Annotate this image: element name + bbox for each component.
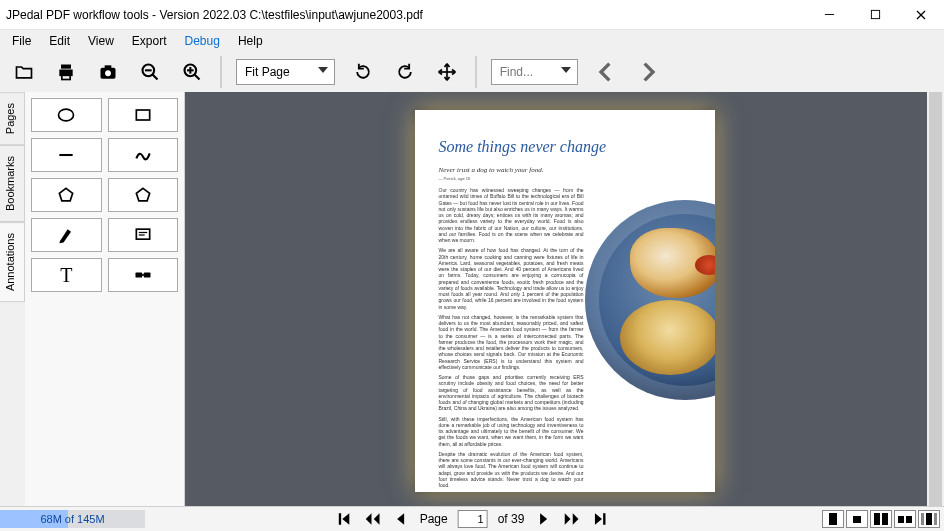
- toolbar: Fit Page Find...: [0, 52, 944, 92]
- annotation-panel: T: [25, 92, 185, 506]
- minimize-button[interactable]: [806, 0, 852, 29]
- zoom-in-icon[interactable]: [178, 58, 206, 86]
- nav-next10-icon[interactable]: [562, 510, 580, 528]
- main-area: Pages Bookmarks Annotations T Some thing…: [0, 92, 944, 506]
- status-bar: 68M of 145M Page of 39: [0, 506, 944, 531]
- layout-continuous-button[interactable]: [846, 510, 868, 528]
- menu-debug[interactable]: Debug: [177, 32, 228, 50]
- vertical-scrollbar[interactable]: [927, 92, 944, 506]
- nav-first-icon[interactable]: [336, 510, 354, 528]
- memory-usage-label: 68M of 145M: [40, 513, 104, 525]
- open-icon[interactable]: [10, 58, 38, 86]
- nav-prev-icon[interactable]: [392, 510, 410, 528]
- anno-polygon-outline-button[interactable]: [108, 178, 179, 212]
- svg-rect-24: [136, 229, 149, 239]
- find-input[interactable]: Find...: [491, 59, 578, 85]
- find-placeholder: Find...: [500, 65, 533, 79]
- rotate-cw-icon[interactable]: [391, 58, 419, 86]
- window-title: JPedal PDF workflow tools - Version 2022…: [6, 8, 806, 22]
- svg-point-19: [59, 109, 74, 121]
- anno-rectangle-button[interactable]: [108, 98, 179, 132]
- doc-headline: Some things never change: [439, 138, 691, 156]
- anno-freehand-button[interactable]: [108, 138, 179, 172]
- svg-rect-1: [871, 10, 879, 18]
- window-titlebar: JPedal PDF workflow tools - Version 2022…: [0, 0, 944, 30]
- side-tab-pages[interactable]: Pages: [0, 92, 25, 145]
- menu-view[interactable]: View: [80, 32, 122, 50]
- svg-rect-4: [61, 65, 71, 69]
- doc-subhead: Never trust a dog to watch your food.: [439, 166, 691, 174]
- nav-last-icon[interactable]: [590, 510, 608, 528]
- zoom-out-icon[interactable]: [136, 58, 164, 86]
- svg-rect-20: [136, 110, 149, 120]
- chevron-down-icon: [561, 67, 571, 77]
- doc-image-plate: [585, 200, 715, 400]
- svg-rect-9: [105, 65, 112, 68]
- anno-highlight-button[interactable]: [31, 218, 102, 252]
- page-total-label: of 39: [498, 512, 525, 526]
- nav-prev10-icon[interactable]: [364, 510, 382, 528]
- menu-help[interactable]: Help: [230, 32, 271, 50]
- menu-edit[interactable]: Edit: [41, 32, 78, 50]
- layout-pageflow-button[interactable]: [918, 510, 940, 528]
- find-prev-icon[interactable]: [592, 58, 620, 86]
- zoom-mode-select[interactable]: Fit Page: [236, 59, 335, 85]
- side-tab-bookmarks[interactable]: Bookmarks: [0, 145, 25, 222]
- print-icon[interactable]: [52, 58, 80, 86]
- anno-line-button[interactable]: [31, 138, 102, 172]
- doc-body: Our country has witnessed sweeping chang…: [439, 187, 584, 492]
- find-next-icon[interactable]: [634, 58, 662, 86]
- nav-next-icon[interactable]: [534, 510, 552, 528]
- svg-line-11: [153, 75, 158, 80]
- svg-rect-29: [140, 274, 145, 276]
- page-number-input[interactable]: [458, 510, 488, 528]
- side-tab-annotations[interactable]: Annotations: [0, 222, 25, 302]
- layout-single-button[interactable]: [822, 510, 844, 528]
- anno-text-button[interactable]: T: [31, 258, 102, 292]
- pdf-page: Some things never change Never trust a d…: [415, 110, 715, 492]
- maximize-button[interactable]: [852, 0, 898, 29]
- layout-facing-button[interactable]: [870, 510, 892, 528]
- memory-usage-bar: 68M of 145M: [0, 510, 145, 528]
- pan-icon[interactable]: [433, 58, 461, 86]
- page-layout-buttons: [822, 510, 940, 528]
- chevron-down-icon: [318, 67, 328, 77]
- anno-note-button[interactable]: [108, 218, 179, 252]
- rotate-ccw-icon[interactable]: [349, 58, 377, 86]
- svg-point-8: [105, 70, 111, 76]
- document-viewport[interactable]: Some things never change Never trust a d…: [185, 92, 944, 506]
- close-button[interactable]: [898, 0, 944, 29]
- anno-link-button[interactable]: [108, 258, 179, 292]
- layout-facing-cont-button[interactable]: [894, 510, 916, 528]
- page-navigation: Page of 39: [336, 510, 609, 528]
- menu-bar: File Edit View Export Debug Help: [0, 30, 944, 52]
- anno-ellipse-button[interactable]: [31, 98, 102, 132]
- svg-marker-22: [60, 188, 73, 201]
- snapshot-icon[interactable]: [94, 58, 122, 86]
- svg-line-14: [195, 75, 200, 80]
- menu-file[interactable]: File: [4, 32, 39, 50]
- anno-pentagon-button[interactable]: [31, 178, 102, 212]
- menu-export[interactable]: Export: [124, 32, 175, 50]
- doc-attrib: — Patrick, age 10: [439, 176, 691, 181]
- side-tabs: Pages Bookmarks Annotations: [0, 92, 25, 506]
- page-label: Page: [420, 512, 448, 526]
- svg-marker-23: [136, 188, 149, 201]
- zoom-mode-value: Fit Page: [245, 65, 290, 79]
